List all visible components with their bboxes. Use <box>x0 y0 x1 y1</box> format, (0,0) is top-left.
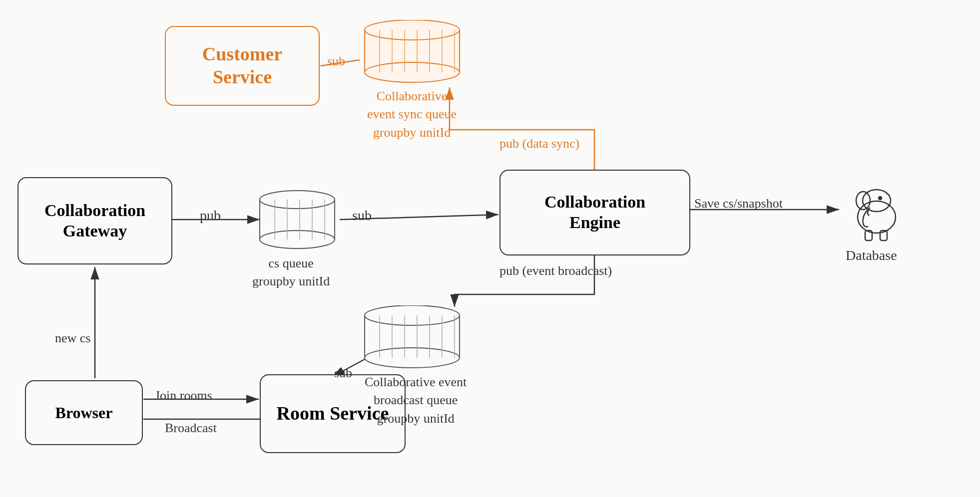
database-icon <box>844 180 909 245</box>
svg-point-12 <box>260 191 335 209</box>
collab-event-broadcast-label: Collaborative eventbroadcast queuegroupb… <box>365 373 467 428</box>
collab-event-broadcast-cylinder <box>360 305 465 370</box>
save-snapshot-label: Save cs/snapshot <box>694 195 783 213</box>
cs-queue-label: cs queuegroupby unitId <box>252 254 330 291</box>
customer-service-label: CustomerService <box>202 43 282 88</box>
pub-label-1: pub <box>200 206 221 225</box>
browser-box: Browser <box>25 380 143 445</box>
collaboration-engine-label: CollaborationEngine <box>544 192 645 233</box>
join-rooms-label: Join rooms <box>155 387 212 405</box>
svg-point-20 <box>365 20 460 40</box>
collaboration-engine-box: CollaborationEngine <box>499 170 690 255</box>
browser-label: Browser <box>55 403 113 422</box>
pub-data-sync-label: pub (data sync) <box>499 135 579 153</box>
svg-point-21 <box>365 62 460 82</box>
svg-point-31 <box>365 348 460 368</box>
broadcast-label: Broadcast <box>165 419 217 437</box>
svg-point-30 <box>365 305 460 325</box>
new-cs-label: new cs <box>55 329 90 347</box>
customer-service-box: CustomerService <box>165 26 320 106</box>
database-label: Database <box>846 246 897 265</box>
svg-point-42 <box>879 197 882 200</box>
sub-broadcast-label: sub <box>334 364 352 382</box>
cs-queue-cylinder <box>255 190 340 249</box>
architecture-diagram: CollaborationGateway CollaborationEngine… <box>0 0 980 497</box>
pub-event-broadcast-label: pub (event broadcast) <box>499 262 612 280</box>
sub-label-1: sub <box>352 206 372 225</box>
collaboration-gateway-label: CollaborationGateway <box>44 201 145 242</box>
sub-customer-label: sub <box>327 52 345 70</box>
collaboration-gateway-box: CollaborationGateway <box>17 177 172 264</box>
collab-event-sync-cylinder <box>360 20 465 85</box>
collab-event-sync-label: Collaborativeevent sync queuegroupby uni… <box>367 87 457 142</box>
svg-point-13 <box>260 231 335 248</box>
